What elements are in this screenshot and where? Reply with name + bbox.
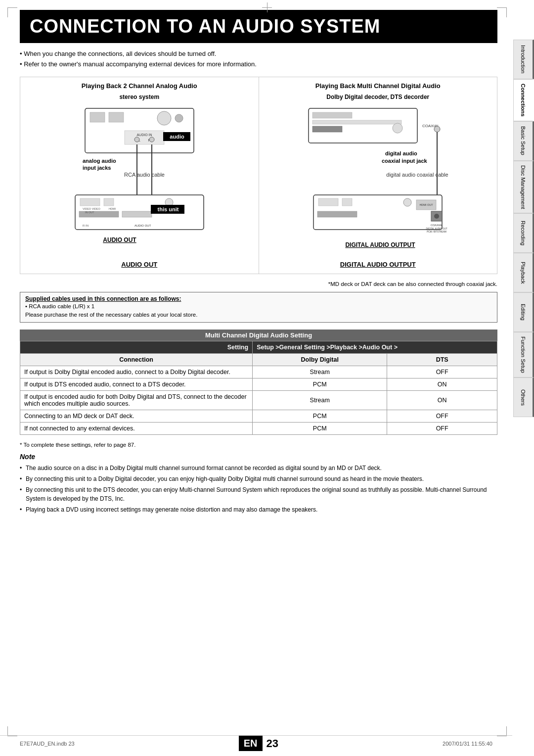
row-dts: ON <box>387 378 497 391</box>
note-list-item: The audio source on a disc in a Dolby Di… <box>20 464 497 472</box>
supplied-cables-item-2: Please purchase the rest of the necessar… <box>25 311 492 319</box>
footer-file: E7E7AUD_EN.indb 23 <box>20 741 75 747</box>
intro-note-2: • Refer to the owner's manual accompanyi… <box>20 59 497 70</box>
page-ref: * To complete these settings, refer to p… <box>20 442 497 448</box>
note-section: Note The audio source on a disc in a Dol… <box>20 453 497 514</box>
svg-rect-18 <box>104 198 114 206</box>
header-setting: Setting <box>20 341 253 354</box>
page-footer: E7E7AUD_EN.indb 23 EN 23 2007/01/31 11:5… <box>0 735 512 751</box>
tab-others[interactable]: Others <box>513 378 534 417</box>
intro-note-1: • When you change the connections, all d… <box>20 49 497 59</box>
svg-rect-1 <box>90 112 105 122</box>
tab-recording[interactable]: Recording <box>513 213 534 253</box>
svg-rect-21 <box>122 211 152 217</box>
left-diagram-svg: AUDIO IN L R audio RCA audio cab <box>55 103 223 262</box>
svg-text:AUDIO OUT: AUDIO OUT <box>103 236 136 243</box>
sub-header-dts: DTS <box>387 354 497 366</box>
svg-point-37 <box>393 123 402 133</box>
svg-text:digital audio: digital audio <box>385 150 417 156</box>
svg-rect-34 <box>312 112 352 118</box>
svg-point-3 <box>157 111 171 125</box>
row-dolby: Stream <box>253 391 387 410</box>
svg-text:RCA audio cable: RCA audio cable <box>124 172 165 178</box>
page-number-box: EN 23 <box>239 736 278 751</box>
supplied-cables-item-1: • RCA audio cable (L/R) x 1 <box>25 302 492 311</box>
svg-text:R    IN: R IN <box>83 224 89 227</box>
left-diagram-subtitle: stereo system <box>27 94 252 100</box>
left-diagram-svg-container: AUDIO IN L R audio RCA audio cab <box>27 103 252 262</box>
sub-header-dolby: Dolby Digital <box>253 354 387 366</box>
row-dolby: Stream <box>253 366 387 378</box>
page-container: Introduction Connections Basic Setup Dis… <box>0 0 534 756</box>
svg-point-39 <box>434 126 440 132</box>
diagram-area: Playing Back 2 Channel Analog Audio ster… <box>20 77 497 274</box>
note-list-item: Playing back a DVD using incorrect setti… <box>20 505 497 514</box>
table-row: If output is Dolby Digital encoded audio… <box>20 366 497 378</box>
svg-rect-46 <box>342 198 352 206</box>
svg-rect-36 <box>312 126 342 132</box>
svg-text:digital audio coaxial cable: digital audio coaxial cable <box>387 172 448 178</box>
tab-editing[interactable]: Editing <box>513 292 534 332</box>
svg-text:audio: audio <box>170 134 184 140</box>
digital-audio-out-label: DIGITAL AUDIO OUTPUT <box>340 261 416 268</box>
table-row: If not connected to any external devices… <box>20 423 497 435</box>
tab-function-setup[interactable]: Function Setup <box>513 332 534 378</box>
left-diagram-title: Playing Back 2 Channel Analog Audio <box>27 82 252 90</box>
row-dts: OFF <box>387 366 497 378</box>
tab-disc-management[interactable]: Disc Management <box>513 161 534 214</box>
supplied-cables-title: Supplied cables used in this connection … <box>25 295 492 302</box>
svg-point-10 <box>149 137 154 142</box>
right-diagram-subtitle: Dolby Digital decoder, DTS decorder <box>266 94 490 100</box>
note-list: The audio source on a disc in a Dolby Di… <box>20 464 497 514</box>
footer-date: 2007/01/31 11:55:40 <box>443 741 492 747</box>
row-connection: If output is encoded audio for both Dolb… <box>20 391 253 410</box>
svg-text:analog audio: analog audio <box>83 158 116 164</box>
svg-rect-2 <box>109 112 124 122</box>
row-dolby: PCM <box>253 410 387 423</box>
svg-text:HDMI: HDMI <box>109 207 116 210</box>
note-list-item: By connecting this unit to a Dolby Digit… <box>20 474 497 483</box>
svg-point-9 <box>134 137 139 142</box>
row-dts: OFF <box>387 410 497 423</box>
svg-text:DIGITAL AUDIO OUTPUT: DIGITAL AUDIO OUTPUT <box>346 241 416 248</box>
note-title: Note <box>20 453 497 461</box>
diagram-col-right: Playing Back Multi Channel Digital Audio… <box>259 77 497 274</box>
note-list-item: By connecting this unit to the DTS decod… <box>20 485 497 503</box>
svg-rect-48 <box>317 211 357 217</box>
row-connection: Connecting to an MD deck or DAT deck. <box>20 410 253 423</box>
svg-text:HDMI OUT: HDMI OUT <box>420 203 434 206</box>
right-diagram-svg: COAXIAL digital audio coaxial input jack… <box>294 103 462 262</box>
svg-rect-35 <box>312 120 401 124</box>
audio-out-label: AUDIO OUT <box>121 261 157 268</box>
diagram-col-left: Playing Back 2 Channel Analog Audio ster… <box>20 77 259 274</box>
table-row: If output is DTS encoded audio, connect … <box>20 378 497 391</box>
tab-playback[interactable]: Playback <box>513 253 534 292</box>
corner-mark-tl <box>7 7 17 17</box>
settings-table-container: Multi Channel Digital Audio Setting Sett… <box>20 330 497 435</box>
main-content: CONNECTION TO AN AUDIO SYSTEM • When you… <box>0 0 512 531</box>
en-badge: EN <box>239 736 263 751</box>
right-diagram-title: Playing Back Multi Channel Digital Audio <box>266 82 490 90</box>
side-tabs: Introduction Connections Basic Setup Dis… <box>513 40 534 417</box>
intro-notes: • When you change the connections, all d… <box>20 49 497 70</box>
svg-point-4 <box>175 114 183 122</box>
svg-text:this unit: this unit <box>157 206 178 212</box>
svg-text:AUDIO IN: AUDIO IN <box>136 133 152 137</box>
table-row: If output is encoded audio for both Dolb… <box>20 391 497 410</box>
page-number: 23 <box>267 737 278 750</box>
supplied-cables-box: Supplied cables used in this connection … <box>20 292 497 323</box>
row-connection: If not connected to any external devices… <box>20 423 253 435</box>
tab-basic-setup[interactable]: Basic Setup <box>513 121 534 161</box>
svg-text:DIGITAL AUDIO OUT: DIGITAL AUDIO OUT <box>426 228 447 230</box>
settings-table: Setting Setup >General Setting >Playback… <box>20 341 497 435</box>
row-connection: If output is Dolby Digital encoded audio… <box>20 366 253 378</box>
svg-text:PCM / BITSTREAM: PCM / BITSTREAM <box>427 231 446 233</box>
sub-header-connection: Connection <box>20 354 253 366</box>
svg-text:AUDIO OUT: AUDIO OUT <box>134 224 151 227</box>
page-title: CONNECTION TO AN AUDIO SYSTEM <box>20 10 497 43</box>
tab-connections[interactable]: Connections <box>513 79 534 121</box>
tab-introduction[interactable]: Introduction <box>513 40 534 79</box>
row-dts: OFF <box>387 423 497 435</box>
row-dolby: PCM <box>253 423 387 435</box>
table-row: Connecting to an MD deck or DAT deck. PC… <box>20 410 497 423</box>
